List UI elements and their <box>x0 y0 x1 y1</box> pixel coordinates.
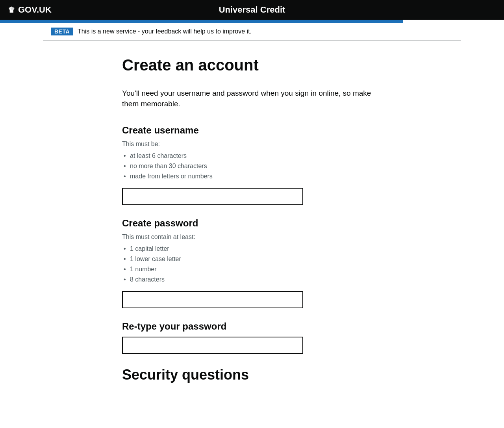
username-hint: This must be: <box>122 141 382 148</box>
password-rules-list: 1 capital letter 1 lower case letter 1 n… <box>122 244 382 285</box>
retype-password-section: Re-type your password <box>122 321 382 354</box>
username-rule-2: no more than 30 characters <box>122 161 382 171</box>
progress-bar <box>0 20 403 23</box>
intro-paragraph: You'll need your username and password w… <box>122 88 382 109</box>
gov-uk-text: GOV.UK <box>18 5 52 15</box>
username-heading: Create username <box>122 125 382 136</box>
gov-uk-logo[interactable]: ♛ GOV.UK <box>8 5 52 15</box>
main-content: Create an account You'll need your usern… <box>114 41 390 407</box>
site-header: ♛ GOV.UK Universal Credit <box>0 0 504 20</box>
beta-banner: BETA This is a new service - your feedba… <box>43 23 461 41</box>
password-heading: Create password <box>122 218 382 229</box>
password-hint: This must contain at least: <box>122 233 382 241</box>
username-section: Create username This must be: at least 6… <box>122 125 382 205</box>
password-section: Create password This must contain at lea… <box>122 218 382 308</box>
password-input[interactable] <box>122 291 303 308</box>
username-rule-1: at least 6 characters <box>122 151 382 161</box>
username-input[interactable] <box>122 188 303 205</box>
password-rule-4: 8 characters <box>122 274 382 285</box>
security-questions-section: Security questions <box>122 367 382 383</box>
security-questions-heading: Security questions <box>122 367 382 383</box>
username-rules-list: at least 6 characters no more than 30 ch… <box>122 151 382 182</box>
page-title: Create an account <box>122 56 382 74</box>
username-rule-3: made from letters or numbers <box>122 171 382 182</box>
beta-tag: BETA <box>51 28 73 35</box>
password-rule-3: 1 number <box>122 264 382 274</box>
service-title: Universal Credit <box>219 5 285 15</box>
retype-password-input[interactable] <box>122 337 303 354</box>
password-rule-1: 1 capital letter <box>122 244 382 254</box>
beta-message: This is a new service - your feedback wi… <box>78 28 252 35</box>
password-rule-2: 1 lower case letter <box>122 254 382 264</box>
crown-icon: ♛ <box>8 5 15 15</box>
retype-password-heading: Re-type your password <box>122 321 382 332</box>
